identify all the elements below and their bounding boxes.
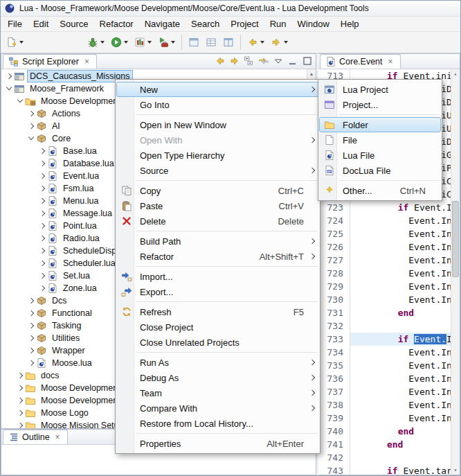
menubar-item-help[interactable]: Help [335,17,365,30]
expand-arrow-icon[interactable] [37,170,47,182]
menu-item-export[interactable]: Export... [116,284,319,299]
code-line[interactable]: 741 end [318,438,460,451]
code-line[interactable]: 736 Event.IniGroupName = Event.IniDCSGro… [318,372,460,385]
menu-item-new[interactable]: New [116,82,319,97]
tab-outline[interactable]: Outline [3,430,68,444]
menu-item-go-into[interactable]: Go Into [116,97,319,112]
collapse-arrow-icon[interactable] [15,95,25,107]
menu-item-open-type-hierarchy[interactable]: Open Type Hierarchy [116,148,319,163]
expand-arrow-icon[interactable] [26,357,36,369]
menu-item-team[interactable]: Team [116,385,319,400]
back-button[interactable] [244,34,267,51]
expand-arrow-icon[interactable] [37,270,47,282]
menubar-item-edit[interactable]: Edit [28,17,54,30]
minimize-button[interactable] [286,54,300,67]
run-button[interactable] [108,34,131,51]
menubar-item-file[interactable]: File [2,17,28,30]
explorer-back-button[interactable] [213,54,227,67]
code-line[interactable]: 727 Event.IniTypeName = Event.IniDCSUnit… [318,254,460,267]
editor-scrollbar[interactable] [451,69,460,475]
maximize-button[interactable] [300,54,314,67]
menu-item-debug-as[interactable]: Debug As [116,370,319,385]
code-line[interactable]: 726 Event.IniGroup = GROUP:FindByName( E… [318,240,460,254]
collapse-arrow-icon[interactable] [26,132,36,145]
expand-arrow-icon[interactable] [37,182,47,195]
expand-arrow-icon[interactable] [37,220,47,232]
expand-arrow-icon[interactable] [26,307,36,319]
tab-script-explorer[interactable]: Script Explorer [3,54,97,69]
code-line[interactable]: 735 Event.IniUnitName = Event.IniDCSUnit… [318,359,460,372]
expand-arrow-icon[interactable] [37,157,47,170]
menu-item-close-unrelated-projects[interactable]: Close Unrelated Projects [116,335,319,350]
expand-arrow-icon[interactable] [15,394,25,407]
scroll-up-icon[interactable] [451,69,460,78]
expand-arrow-icon[interactable] [15,382,25,394]
menu-item-folder[interactable]: Folder [319,117,441,132]
code-line[interactable]: 743 if Event.target then [318,464,460,475]
menu-item-close-project[interactable]: Close Project [116,319,319,335]
expand-arrow-icon[interactable] [37,257,47,270]
menubar-item-refactor[interactable]: Refactor [94,17,139,30]
menubar-item-project[interactable]: Project [225,17,264,30]
menu-item-paste[interactable]: PasteCtrl+V [116,198,319,213]
menu-item-open-in-new-window[interactable]: Open in New Window [116,117,319,132]
scrollbar-thumb[interactable] [452,201,459,277]
close-icon[interactable] [84,57,91,67]
expand-arrow-icon[interactable] [26,107,36,120]
menubar-item-source[interactable]: Source [54,17,93,30]
menu-item-lua-file[interactable]: Lua File [319,148,441,163]
collapse-arrow-icon[interactable] [4,82,14,95]
code-line[interactable]: 725 Event.IniGroupName = Event.IniDCSGro… [318,227,460,240]
collapse-all-button[interactable] [242,54,256,67]
menu-item-doclua-file[interactable]: DocLua File [319,163,441,178]
expand-arrow-icon[interactable] [37,207,47,220]
expand-arrow-icon[interactable] [37,195,47,207]
debug-button[interactable] [84,34,107,51]
expand-arrow-icon[interactable] [37,245,47,257]
expand-arrow-icon[interactable] [37,282,47,294]
menu-item-import[interactable]: Import... [116,269,319,284]
coverage-button[interactable] [132,34,154,51]
open-table-view-button[interactable] [203,34,219,51]
expand-arrow-icon[interactable] [15,407,25,419]
code-line[interactable]: 739 Event.IniCoalition = Event.IniDCSUni… [318,412,460,425]
code-line[interactable]: 730 Event.IniCategory = Event.IniDCSGrou… [318,293,460,306]
menu-item-source[interactable]: Source [116,163,319,178]
code-line[interactable]: 732 [318,319,460,333]
code-line[interactable]: 738 Event.IniCategory = Event.IniDCSUnit… [318,398,460,412]
expand-arrow-icon[interactable] [4,70,14,82]
expand-arrow-icon[interactable] [26,294,36,307]
expand-arrow-icon[interactable] [26,344,36,357]
menubar-item-navigate[interactable]: Navigate [139,17,186,30]
menubar-item-window[interactable]: Window [292,17,335,30]
expand-arrow-icon[interactable] [37,232,47,245]
view-menu-button[interactable] [271,54,285,67]
menu-item-lua-project[interactable]: Lua Project [319,82,441,97]
code-line[interactable]: 723 if Event.IniDCSGroup then [318,201,460,214]
new-button[interactable] [3,34,26,51]
code-line[interactable]: 731 end [318,306,460,319]
menu-item-project[interactable]: Project... [319,97,441,112]
forward-button[interactable] [268,34,291,51]
close-icon[interactable] [388,57,395,67]
code-line[interactable]: 728 Event.IniSize = Event.IniDCSGroup:ge… [318,267,460,280]
scroll-down-icon[interactable] [451,466,460,475]
code-line[interactable]: 740 end [318,425,460,438]
menubar-item-run[interactable]: Run [264,17,292,30]
menu-item-other[interactable]: Other...Ctrl+N [319,183,441,198]
menu-item-run-as[interactable]: Run As [116,355,319,370]
expand-arrow-icon[interactable] [37,145,47,157]
code-line[interactable]: 733 if Event.IniPlayerName then [318,333,460,346]
expand-arrow-icon[interactable] [26,319,36,332]
menu-item-refactor[interactable]: RefactorAlt+Shift+T [116,249,319,264]
menu-item-refresh[interactable]: RefreshF5 [116,304,319,319]
tab-core-event[interactable]: Core.Event [320,54,401,69]
menu-item-compare-with[interactable]: Compare With [116,400,319,416]
expand-arrow-icon[interactable] [15,419,25,428]
menu-item-restore-from-local-history[interactable]: Restore from Local History... [116,416,319,431]
code-line[interactable]: 724 Event.IniDCSGroupName = Event.IniDCS… [318,214,460,227]
menu-item-build-path[interactable]: Build Path [116,233,319,249]
explorer-forward-button[interactable] [228,54,242,67]
expand-arrow-icon[interactable] [26,332,36,344]
open-split-view-button[interactable] [220,34,237,51]
